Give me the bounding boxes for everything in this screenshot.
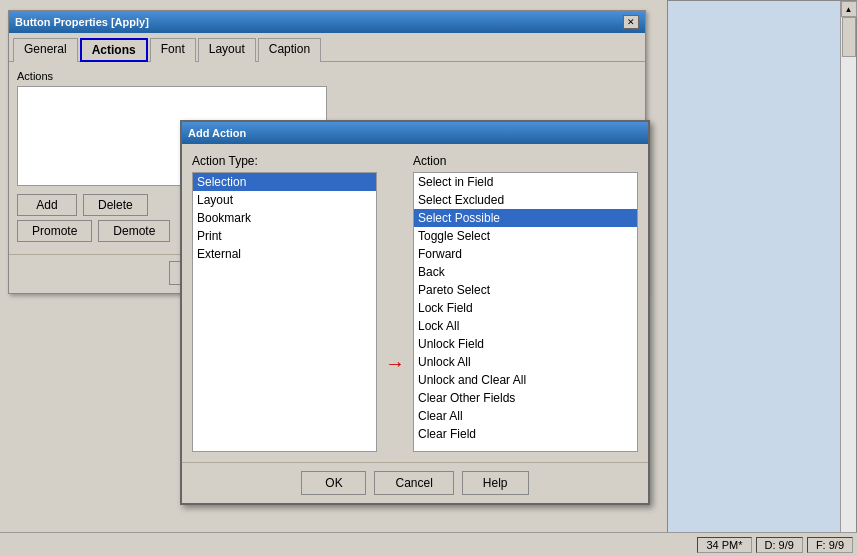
close-btn[interactable]: ✕ <box>623 15 639 29</box>
action-type-list[interactable]: Selection Layout Bookmark Print External <box>192 172 377 452</box>
action-forward[interactable]: Forward <box>414 245 637 263</box>
delete-button[interactable]: Delete <box>83 194 148 216</box>
section-label: Actions <box>17 70 637 82</box>
action-lock-field[interactable]: Lock Field <box>414 299 637 317</box>
subdialog-titlebar: Add Action <box>182 122 648 144</box>
subdialog-help-button[interactable]: Help <box>462 471 529 495</box>
type-layout[interactable]: Layout <box>193 191 376 209</box>
background-scrollbar[interactable]: ▲ ▼ <box>840 1 856 555</box>
subdialog-footer: OK Cancel Help <box>182 462 648 503</box>
type-external[interactable]: External <box>193 245 376 263</box>
action-back[interactable]: Back <box>414 263 637 281</box>
status-bar: 34 PM* D: 9/9 F: 9/9 <box>0 532 857 556</box>
subdialog-title: Add Action <box>188 127 246 139</box>
add-button[interactable]: Add <box>17 194 77 216</box>
subdialog-content: Action Type: Selection Layout Bookmark P… <box>182 144 648 462</box>
subdialog-ok-button[interactable]: OK <box>301 471 366 495</box>
right-column: Action Select in Field Select Excluded S… <box>413 154 638 452</box>
action-pareto-select[interactable]: Pareto Select <box>414 281 637 299</box>
left-column: Action Type: Selection Layout Bookmark P… <box>192 154 377 452</box>
dialog-titlebar: Button Properties [Apply] ✕ <box>9 11 645 33</box>
promote-button[interactable]: Promote <box>17 220 92 242</box>
type-bookmark[interactable]: Bookmark <box>193 209 376 227</box>
arrow-container: → <box>385 154 405 452</box>
action-select-possible[interactable]: Select Possible <box>414 209 637 227</box>
scroll-up-btn[interactable]: ▲ <box>841 1 857 17</box>
demote-button[interactable]: Demote <box>98 220 170 242</box>
subdialog-cancel-button[interactable]: Cancel <box>374 471 453 495</box>
add-action-dialog: Add Action Action Type: Selection Layout… <box>180 120 650 505</box>
background-window: ▲ ▼ <box>667 0 857 556</box>
status-d: D: 9/9 <box>756 537 803 553</box>
action-select-in-field[interactable]: Select in Field <box>414 173 637 191</box>
type-selection[interactable]: Selection <box>193 173 376 191</box>
action-clear-all[interactable]: Clear All <box>414 407 637 425</box>
scroll-thumb[interactable] <box>842 17 856 57</box>
right-arrow-icon: → <box>385 352 405 375</box>
scroll-track[interactable] <box>841 17 856 539</box>
action-select-excluded[interactable]: Select Excluded <box>414 191 637 209</box>
titlebar-buttons: ✕ <box>623 15 639 29</box>
tabs-bar: General Actions Font Layout Caption <box>9 33 645 62</box>
tab-caption[interactable]: Caption <box>258 38 321 62</box>
action-clear-other-fields[interactable]: Clear Other Fields <box>414 389 637 407</box>
action-clear-field[interactable]: Clear Field <box>414 425 637 443</box>
status-f: F: 9/9 <box>807 537 853 553</box>
tab-font[interactable]: Font <box>150 38 196 62</box>
action-unlock-field[interactable]: Unlock Field <box>414 335 637 353</box>
action-lock-all[interactable]: Lock All <box>414 317 637 335</box>
tab-general[interactable]: General <box>13 38 78 62</box>
status-time: 34 PM* <box>697 537 751 553</box>
tab-actions[interactable]: Actions <box>80 38 148 62</box>
action-header: Action <box>413 154 638 168</box>
columns-row: Action Type: Selection Layout Bookmark P… <box>192 154 638 452</box>
action-list[interactable]: Select in Field Select Excluded Select P… <box>413 172 638 452</box>
action-unlock-clear-all[interactable]: Unlock and Clear All <box>414 371 637 389</box>
tab-layout[interactable]: Layout <box>198 38 256 62</box>
action-toggle-select[interactable]: Toggle Select <box>414 227 637 245</box>
action-type-header: Action Type: <box>192 154 377 168</box>
dialog-title: Button Properties [Apply] <box>15 16 149 28</box>
action-unlock-all[interactable]: Unlock All <box>414 353 637 371</box>
type-print[interactable]: Print <box>193 227 376 245</box>
